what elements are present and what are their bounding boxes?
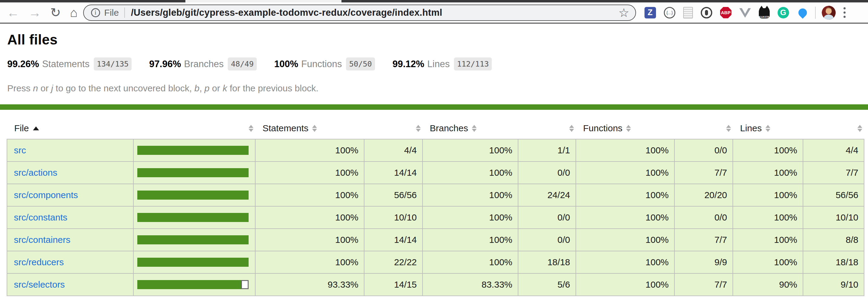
statements-pct-cell: 100% xyxy=(255,139,364,161)
z-extension-icon[interactable]: Z xyxy=(645,7,656,19)
column-header-functions-raw[interactable] xyxy=(675,123,733,139)
vue-devtools-extension-icon[interactable] xyxy=(740,7,751,19)
summary-metric: 99.12% Lines 112/113 xyxy=(393,57,492,70)
coverage-bar-cell xyxy=(133,229,255,251)
coverage-bar-cell xyxy=(133,139,255,161)
column-label: File xyxy=(14,123,29,133)
back-icon[interactable]: ← xyxy=(7,6,19,19)
coverage-bar-fill xyxy=(137,280,241,289)
lines-pct-cell: 100% xyxy=(733,139,803,161)
statements-pct-cell: 100% xyxy=(255,161,364,184)
file-link[interactable]: src xyxy=(14,145,26,155)
extension-icon-row: Z {…} ABP KUKER G xyxy=(645,7,808,19)
functions-pct-cell: 100% xyxy=(576,161,675,184)
statements-pct-cell: 100% xyxy=(255,229,364,251)
coverage-status-line xyxy=(0,105,868,110)
url-text[interactable]: /Users/gleb/git/cypress-example-todomvc-… xyxy=(131,7,615,18)
file-link[interactable]: src/actions xyxy=(14,168,57,178)
column-header-bar[interactable] xyxy=(133,123,255,139)
sorter-icon xyxy=(858,125,862,132)
functions-raw-cell: 20/20 xyxy=(675,184,733,206)
address-bar[interactable]: i File /Users/gleb/git/cypress-example-t… xyxy=(83,4,636,21)
flame-extension-icon[interactable] xyxy=(797,7,808,19)
password-manager-extension-icon[interactable] xyxy=(701,7,712,19)
coverage-bar-fill xyxy=(137,190,249,200)
bookmark-star-icon[interactable]: ☆ xyxy=(619,7,629,19)
branches-pct-cell: 100% xyxy=(423,251,518,273)
column-header-branches[interactable]: Branches xyxy=(423,123,518,139)
lines-raw-cell: 9/10 xyxy=(803,273,864,296)
statements-pct-cell: 100% xyxy=(255,206,364,229)
file-link[interactable]: src/components xyxy=(14,190,78,200)
functions-pct-cell: 100% xyxy=(576,251,675,273)
functions-raw-cell: 7/7 xyxy=(675,161,733,184)
coverage-bar-fill xyxy=(137,258,249,267)
statements-raw-cell: 14/14 xyxy=(364,229,423,251)
statements-raw-cell: 10/10 xyxy=(364,206,423,229)
url-scheme-label: File xyxy=(104,7,119,18)
file-cell: src/reducers xyxy=(7,251,133,273)
userscript-extension-icon[interactable] xyxy=(683,7,693,19)
branches-pct-cell: 100% xyxy=(423,161,518,184)
coverage-bar-cell xyxy=(133,251,255,273)
column-label: Statements xyxy=(262,123,309,133)
summary-percentage: 97.96% xyxy=(149,59,181,69)
lines-raw-cell: 8/8 xyxy=(803,229,864,251)
column-header-branches-raw[interactable] xyxy=(518,123,576,139)
statements-raw-cell: 14/14 xyxy=(364,161,423,184)
column-header-lines-raw[interactable] xyxy=(803,123,864,139)
grammarly-extension-icon[interactable]: G xyxy=(778,7,789,19)
profile-avatar[interactable] xyxy=(822,6,836,20)
kuker-extension-icon[interactable]: KUKER xyxy=(759,8,770,19)
table-header-row: File Statements Branches Func xyxy=(7,123,864,139)
coverage-bar-cell xyxy=(133,273,255,296)
statements-raw-cell: 56/56 xyxy=(364,184,423,206)
lines-pct-cell: 100% xyxy=(733,229,803,251)
sorter-icon xyxy=(569,125,574,132)
column-header-lines[interactable]: Lines xyxy=(733,123,803,139)
hint-text-segment: , xyxy=(199,83,205,93)
coverage-report-page: All files 99.26% Statements 134/135 97.9… xyxy=(0,24,868,296)
branches-raw-cell: 0/0 xyxy=(518,161,576,184)
page-info-icon[interactable]: i xyxy=(91,8,100,17)
summary-fraction-badge: 50/50 xyxy=(346,57,375,70)
adblock-plus-extension-icon[interactable]: ABP xyxy=(720,7,732,19)
hint-text-segment: j xyxy=(51,83,53,93)
forward-icon[interactable]: → xyxy=(28,6,41,19)
hint-text-segment: n xyxy=(33,83,38,93)
functions-pct-cell: 100% xyxy=(576,229,675,251)
table-row: src/selectors 93.33% 14/15 83.33% 5/6 10… xyxy=(7,273,864,296)
lines-raw-cell: 56/56 xyxy=(803,184,864,206)
home-icon[interactable]: ⌂ xyxy=(70,6,78,19)
table-row: src/reducers 100% 22/22 100% 18/18 100% … xyxy=(7,251,864,273)
summary-percentage: 99.12% xyxy=(393,59,424,69)
file-link[interactable]: src/containers xyxy=(14,235,70,245)
summary-fraction-badge: 48/49 xyxy=(228,57,256,70)
column-header-statements[interactable]: Statements xyxy=(255,123,364,139)
file-cell: src xyxy=(7,139,133,161)
summary-label: Statements xyxy=(42,59,90,69)
functions-pct-cell: 100% xyxy=(576,273,675,296)
active-tab[interactable] xyxy=(185,0,341,2)
summary-percentage: 99.26% xyxy=(7,59,39,69)
table-row: src 100% 4/4 100% 1/1 100% 0/0 100% 4/4 xyxy=(7,139,864,161)
column-header-functions[interactable]: Functions xyxy=(576,123,675,139)
file-link[interactable]: src/reducers xyxy=(14,257,64,267)
statements-pct-cell: 100% xyxy=(255,184,364,206)
branches-raw-cell: 0/0 xyxy=(518,206,576,229)
file-cell: src/containers xyxy=(7,229,133,251)
file-link[interactable]: src/constants xyxy=(14,212,67,222)
file-link[interactable]: src/selectors xyxy=(14,279,65,290)
sorter-icon xyxy=(726,125,731,132)
lines-pct-cell: 100% xyxy=(733,206,803,229)
browser-menu-icon[interactable] xyxy=(843,7,846,18)
column-header-file[interactable]: File xyxy=(7,123,133,139)
reload-icon[interactable]: ↻ xyxy=(50,6,61,19)
json-viewer-extension-icon[interactable]: {…} xyxy=(664,7,675,19)
column-header-statements-raw[interactable] xyxy=(364,123,423,139)
coverage-bar xyxy=(137,280,249,289)
coverage-bar-cell xyxy=(133,184,255,206)
branches-pct-cell: 83.33% xyxy=(423,273,518,296)
coverage-bar xyxy=(137,168,249,177)
file-cell: src/constants xyxy=(7,206,133,229)
